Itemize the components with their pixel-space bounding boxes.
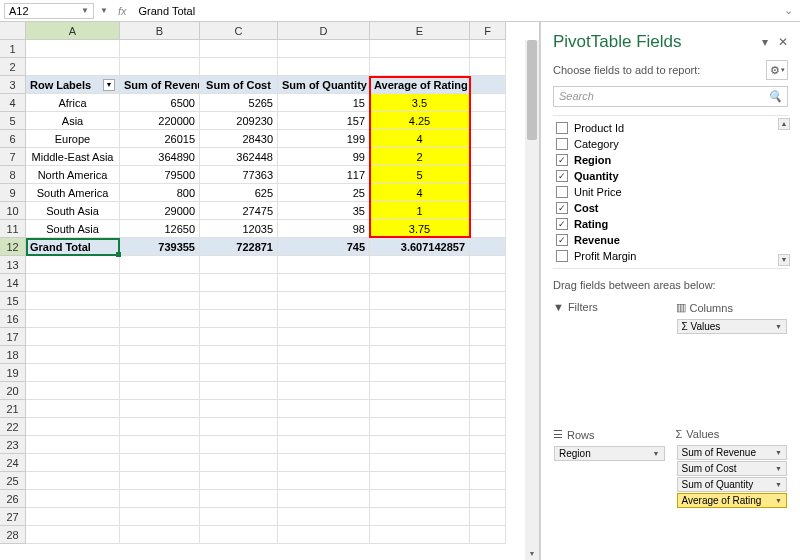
cell[interactable] bbox=[370, 508, 470, 526]
column-header[interactable]: A bbox=[26, 22, 120, 40]
cell[interactable]: Middle-East Asia bbox=[26, 148, 120, 166]
cell[interactable] bbox=[120, 382, 200, 400]
chevron-down-icon[interactable]: ▼ bbox=[775, 481, 782, 488]
row-header[interactable]: 25 bbox=[0, 472, 26, 490]
formula-input[interactable] bbox=[134, 4, 776, 18]
cell[interactable] bbox=[120, 418, 200, 436]
field-item[interactable]: ✓Cost bbox=[553, 200, 788, 216]
cell[interactable] bbox=[200, 274, 278, 292]
cell[interactable]: 362448 bbox=[200, 148, 278, 166]
column-header[interactable]: D bbox=[278, 22, 370, 40]
checkbox-icon[interactable]: ✓ bbox=[556, 154, 568, 166]
row-header[interactable]: 22 bbox=[0, 418, 26, 436]
cell[interactable] bbox=[278, 400, 370, 418]
pane-dropdown-icon[interactable]: ▾ bbox=[762, 35, 768, 49]
cell[interactable] bbox=[26, 292, 120, 310]
cell[interactable] bbox=[200, 292, 278, 310]
column-header[interactable]: C bbox=[200, 22, 278, 40]
row-header[interactable]: 27 bbox=[0, 508, 26, 526]
cell[interactable]: Africa bbox=[26, 94, 120, 112]
cell[interactable] bbox=[470, 382, 506, 400]
cell[interactable]: 26015 bbox=[120, 130, 200, 148]
cell[interactable]: 28430 bbox=[200, 130, 278, 148]
cell[interactable]: 25 bbox=[278, 184, 370, 202]
cells-area[interactable]: Row Labels▼Sum of RevenueSum of CostSum … bbox=[26, 40, 506, 544]
row-header[interactable]: 28 bbox=[0, 526, 26, 544]
cell[interactable] bbox=[120, 490, 200, 508]
chevron-down-icon[interactable]: ▼ bbox=[775, 465, 782, 472]
search-input[interactable]: Search 🔍 bbox=[553, 86, 788, 107]
cell[interactable]: Sum of Quantity bbox=[278, 76, 370, 94]
chevron-down-icon[interactable]: ▼ bbox=[775, 497, 782, 504]
cell[interactable]: 77363 bbox=[200, 166, 278, 184]
cell[interactable] bbox=[26, 364, 120, 382]
row-header[interactable]: 8 bbox=[0, 166, 26, 184]
cell[interactable] bbox=[470, 148, 506, 166]
cell[interactable] bbox=[370, 58, 470, 76]
cell[interactable] bbox=[370, 310, 470, 328]
checkbox-icon[interactable] bbox=[556, 186, 568, 198]
cell[interactable] bbox=[278, 346, 370, 364]
cell[interactable] bbox=[200, 58, 278, 76]
checkbox-icon[interactable] bbox=[556, 122, 568, 134]
checkbox-icon[interactable]: ✓ bbox=[556, 170, 568, 182]
cell[interactable] bbox=[26, 382, 120, 400]
cell[interactable] bbox=[200, 508, 278, 526]
area-pill[interactable]: Sum of Quantity▼ bbox=[677, 477, 788, 492]
row-header[interactable]: 4 bbox=[0, 94, 26, 112]
name-box[interactable]: A12 ▼ bbox=[4, 3, 94, 19]
cell[interactable] bbox=[470, 490, 506, 508]
cell[interactable] bbox=[278, 508, 370, 526]
cell[interactable] bbox=[470, 256, 506, 274]
cell[interactable] bbox=[120, 454, 200, 472]
cell[interactable]: Row Labels▼ bbox=[26, 76, 120, 94]
field-item[interactable]: ✓Rating bbox=[553, 216, 788, 232]
scrollbar-thumb[interactable] bbox=[527, 40, 537, 140]
expand-formula-bar-icon[interactable]: ⌄ bbox=[780, 4, 796, 17]
cell[interactable]: 800 bbox=[120, 184, 200, 202]
cell[interactable] bbox=[200, 526, 278, 544]
cell[interactable] bbox=[370, 40, 470, 58]
row-header[interactable]: 13 bbox=[0, 256, 26, 274]
row-header[interactable]: 10 bbox=[0, 202, 26, 220]
cell[interactable]: 745 bbox=[278, 238, 370, 256]
cell[interactable] bbox=[120, 40, 200, 58]
filters-area[interactable]: ▼Filters bbox=[553, 301, 666, 418]
row-header[interactable]: 2 bbox=[0, 58, 26, 76]
cell[interactable] bbox=[200, 256, 278, 274]
cell[interactable] bbox=[200, 382, 278, 400]
cell[interactable] bbox=[370, 256, 470, 274]
cell[interactable]: 722871 bbox=[200, 238, 278, 256]
row-header[interactable]: 14 bbox=[0, 274, 26, 292]
cell[interactable] bbox=[200, 346, 278, 364]
scroll-down-arrow-icon[interactable]: ▼ bbox=[525, 548, 539, 560]
cell[interactable] bbox=[470, 166, 506, 184]
chevron-down-icon[interactable]: ▼ bbox=[653, 450, 660, 457]
fx-icon[interactable]: fx bbox=[114, 5, 131, 17]
column-header[interactable]: F bbox=[470, 22, 506, 40]
close-icon[interactable]: ✕ bbox=[778, 35, 788, 49]
cell[interactable] bbox=[120, 346, 200, 364]
cell[interactable] bbox=[120, 58, 200, 76]
field-item[interactable]: Unit Price bbox=[553, 184, 788, 200]
cell[interactable] bbox=[120, 274, 200, 292]
cell[interactable] bbox=[26, 40, 120, 58]
cell[interactable]: 98 bbox=[278, 220, 370, 238]
cell[interactable] bbox=[470, 58, 506, 76]
cell[interactable] bbox=[370, 472, 470, 490]
cell[interactable]: 625 bbox=[200, 184, 278, 202]
cell[interactable] bbox=[470, 526, 506, 544]
cell[interactable] bbox=[470, 346, 506, 364]
cell[interactable]: 79500 bbox=[120, 166, 200, 184]
row-header[interactable]: 20 bbox=[0, 382, 26, 400]
cell[interactable]: 3.75 bbox=[370, 220, 470, 238]
cell[interactable] bbox=[370, 490, 470, 508]
cell[interactable]: 117 bbox=[278, 166, 370, 184]
cell[interactable]: 739355 bbox=[120, 238, 200, 256]
cell[interactable] bbox=[200, 454, 278, 472]
cell[interactable] bbox=[470, 400, 506, 418]
cell[interactable] bbox=[120, 508, 200, 526]
cell[interactable] bbox=[470, 94, 506, 112]
area-pill[interactable]: Sum of Cost▼ bbox=[677, 461, 788, 476]
field-item[interactable]: ✓Quantity bbox=[553, 168, 788, 184]
